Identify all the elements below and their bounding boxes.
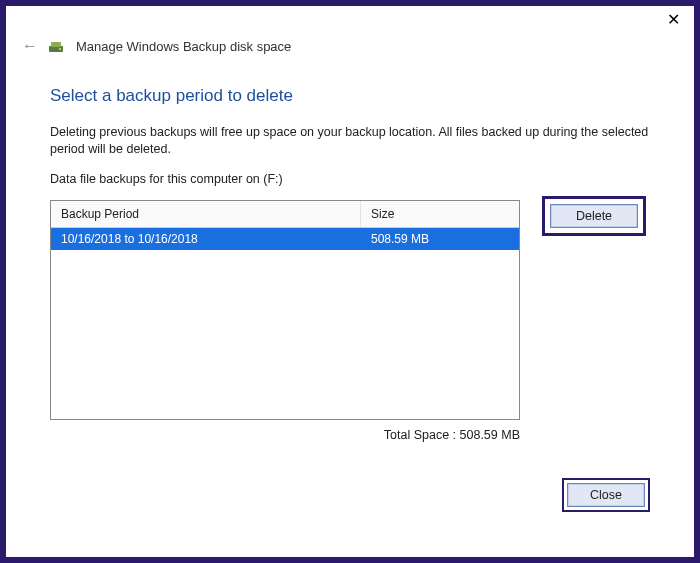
total-label: Total Space : — [384, 428, 456, 442]
back-arrow-icon[interactable]: ← — [22, 38, 36, 54]
list-header: Backup Period Size — [51, 201, 519, 228]
cell-period: 10/16/2018 to 10/16/2018 — [51, 228, 361, 250]
breadcrumb: ← Manage Windows Backup disk space — [6, 32, 694, 58]
page-description: Deleting previous backups will free up s… — [50, 124, 650, 158]
delete-highlight: Delete — [542, 196, 646, 236]
svg-point-2 — [59, 48, 61, 50]
footer: Close — [50, 478, 650, 512]
col-header-size[interactable]: Size — [361, 201, 519, 227]
total-value: 508.59 MB — [460, 428, 520, 442]
table-row[interactable]: 10/16/2018 to 10/16/2018 508.59 MB — [51, 228, 519, 250]
col-header-period[interactable]: Backup Period — [51, 201, 361, 227]
delete-button[interactable]: Delete — [550, 204, 638, 228]
titlebar: ✕ — [6, 6, 694, 32]
close-highlight: Close — [562, 478, 650, 512]
total-space: Total Space : 508.59 MB — [50, 420, 520, 442]
backup-list[interactable]: Backup Period Size 10/16/2018 to 10/16/2… — [50, 200, 520, 420]
window-title: Manage Windows Backup disk space — [76, 39, 291, 54]
content-area: Select a backup period to delete Deletin… — [6, 58, 694, 512]
close-icon[interactable]: ✕ — [662, 10, 684, 29]
page-subheading: Data file backups for this computer on (… — [50, 172, 650, 186]
close-button[interactable]: Close — [567, 483, 645, 507]
cell-size: 508.59 MB — [361, 228, 519, 250]
backup-icon — [48, 38, 64, 54]
svg-rect-1 — [51, 42, 61, 47]
page-title: Select a backup period to delete — [50, 86, 650, 106]
